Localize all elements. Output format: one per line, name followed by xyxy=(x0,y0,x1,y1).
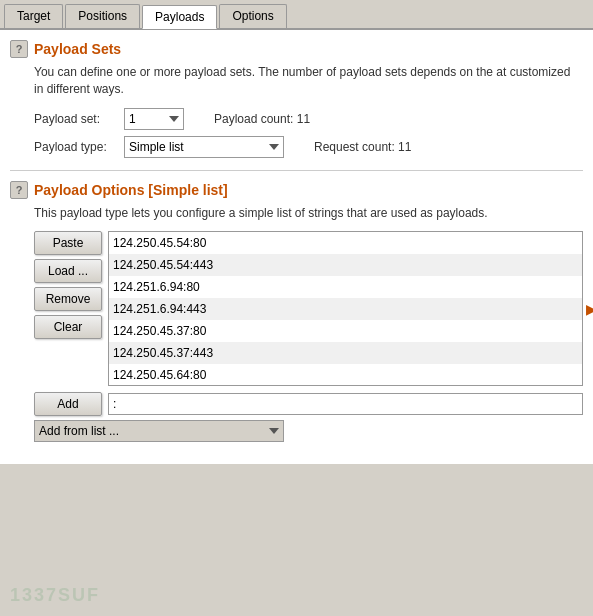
add-button[interactable]: Add xyxy=(34,392,102,416)
payload-options-help-icon[interactable]: ? xyxy=(10,181,28,199)
payload-sets-title: Payload Sets xyxy=(34,41,121,57)
payload-type-row: Payload type: Simple list Request count:… xyxy=(34,136,583,158)
load-button[interactable]: Load ... xyxy=(34,259,102,283)
list-item[interactable]: 124.250.45.54:443 xyxy=(109,254,582,276)
add-from-list-select[interactable]: Add from list ... xyxy=(34,420,284,442)
payload-sets-description: You can define one or more payload sets.… xyxy=(34,64,583,98)
list-item[interactable]: 124.251.6.94:443 xyxy=(109,298,582,320)
payload-options-header: ? Payload Options [Simple list] xyxy=(10,181,583,199)
section-divider xyxy=(10,170,583,171)
payload-set-control: 1 xyxy=(124,108,184,130)
payload-set-row: Payload set: 1 Payload count: 11 xyxy=(34,108,583,130)
tab-options[interactable]: Options xyxy=(219,4,286,28)
payload-options-description: This payload type lets you configure a s… xyxy=(34,205,583,222)
add-row: Add xyxy=(34,392,583,416)
list-item[interactable]: 124.250.45.37:80 xyxy=(109,320,582,342)
payload-options-section: ? Payload Options [Simple list] This pay… xyxy=(10,181,583,443)
paste-button[interactable]: Paste xyxy=(34,231,102,255)
add-input[interactable] xyxy=(108,393,583,415)
payload-count-label: Payload count: 11 xyxy=(214,112,310,126)
payload-sets-section: ? Payload Sets You can define one or mor… xyxy=(10,40,583,158)
main-content: ? Payload Sets You can define one or mor… xyxy=(0,30,593,464)
list-box-wrap: 124.250.45.54:80124.250.45.54:443124.251… xyxy=(108,231,583,386)
tab-bar: Target Positions Payloads Options xyxy=(0,0,593,30)
payload-type-label: Payload type: xyxy=(34,140,124,154)
remove-button[interactable]: Remove xyxy=(34,287,102,311)
tab-payloads[interactable]: Payloads xyxy=(142,5,217,29)
watermark: 1337SUF xyxy=(10,585,100,606)
payload-type-control: Simple list xyxy=(124,136,284,158)
action-buttons: Paste Load ... Remove Clear xyxy=(34,231,102,386)
clear-button[interactable]: Clear xyxy=(34,315,102,339)
payload-type-select[interactable]: Simple list xyxy=(124,136,284,158)
list-item[interactable]: 124.250.45.64:80 xyxy=(109,364,582,386)
payload-options-title: Payload Options [Simple list] xyxy=(34,182,228,198)
payload-sets-help-icon[interactable]: ? xyxy=(10,40,28,58)
payload-list-container: Paste Load ... Remove Clear 124.250.45.5… xyxy=(34,231,583,386)
tab-target[interactable]: Target xyxy=(4,4,63,28)
list-item[interactable]: 124.251.6.94:80 xyxy=(109,276,582,298)
scroll-arrow-icon: ▶ xyxy=(586,301,593,317)
payload-set-select[interactable]: 1 xyxy=(124,108,184,130)
add-from-list-row: Add from list ... xyxy=(34,420,583,442)
payload-sets-header: ? Payload Sets xyxy=(10,40,583,58)
list-item[interactable]: 124.250.45.37:443 xyxy=(109,342,582,364)
payload-list[interactable]: 124.250.45.54:80124.250.45.54:443124.251… xyxy=(108,231,583,386)
payload-set-label: Payload set: xyxy=(34,112,124,126)
request-count-label: Request count: 11 xyxy=(314,140,411,154)
tab-positions[interactable]: Positions xyxy=(65,4,140,28)
list-item[interactable]: 124.250.45.54:80 xyxy=(109,232,582,254)
